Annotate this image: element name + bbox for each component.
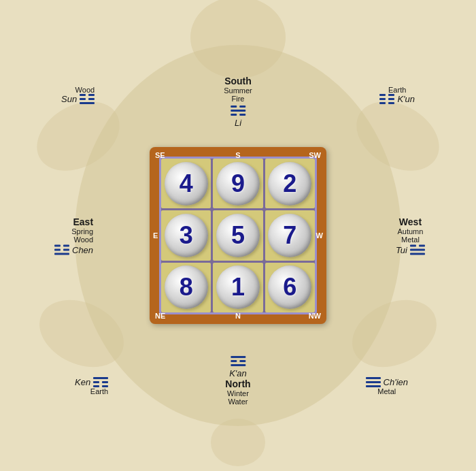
tui-mid [410, 249, 425, 251]
kan-trigram [225, 356, 250, 366]
sun-trigram [80, 94, 95, 104]
north-direction-text: North [225, 378, 250, 389]
lo-shu-frame: SE S SW E W NE N NW 492357816 [150, 147, 326, 324]
nw-label: Ch'ien Metal [366, 377, 408, 395]
number-orb-3: 3 [165, 214, 208, 257]
south-sub2: Fire [224, 95, 252, 103]
kan-mid [231, 360, 245, 362]
south-label: South Summer Fire Li [224, 76, 252, 128]
orb-number-7: 7 [283, 223, 296, 248]
frame-s-label: S [235, 151, 240, 159]
li-top [231, 105, 245, 108]
chien-trigram [366, 377, 381, 387]
orb-number-9: 9 [231, 172, 245, 196]
south-trigram-name: Li [224, 118, 252, 128]
frame-sw-label: SW [309, 151, 321, 159]
south-sub1: Summer [224, 86, 252, 95]
ken-mid [93, 381, 108, 383]
kun-bot [379, 102, 394, 104]
main-diagram: South Summer Fire Li Wood Sun Earth [150, 147, 326, 324]
nw-trigram-name: Ch'ien [384, 377, 408, 387]
ken-trigram [93, 377, 108, 387]
grid-cell-1: 9 [213, 159, 262, 208]
sw-element: Earth [379, 86, 415, 94]
tui-bot [410, 253, 425, 255]
kun-top [379, 94, 394, 96]
chen-bot [54, 253, 69, 255]
number-orb-7: 7 [268, 214, 311, 257]
se-trigram-name: Sun [61, 94, 77, 104]
chien-top [366, 377, 381, 379]
north-sub1: Winter [225, 389, 250, 397]
chen-mid [54, 249, 69, 251]
orb-number-8: 8 [180, 275, 193, 299]
east-trigram-name: Chen [72, 245, 93, 255]
ken-top [93, 377, 108, 379]
number-orb-9: 9 [216, 162, 260, 206]
number-orb-2: 2 [268, 162, 311, 206]
li-bot [231, 114, 245, 116]
grid-cell-2: 2 [265, 159, 315, 208]
frame-ne-label: NE [155, 312, 165, 320]
number-orb-5: 5 [216, 214, 260, 257]
number-orb-6: 6 [268, 265, 311, 309]
west-sub1: Autumn [396, 227, 425, 236]
li-mid [231, 110, 245, 112]
sun-bot [80, 102, 95, 104]
west-trigram-name: Tui [396, 245, 407, 255]
sw-trigram-name: K'un [397, 94, 415, 104]
frame-w-label: W [316, 231, 323, 240]
chen-top [54, 245, 69, 247]
nw-element: Metal [366, 387, 408, 395]
lo-shu-grid: 492357816 [161, 159, 315, 312]
sun-mid [80, 98, 95, 100]
kan-bot [231, 364, 245, 366]
frame-nw-label: NW [309, 312, 321, 320]
se-element: Wood [61, 86, 95, 94]
north-sub2: Water [225, 397, 250, 406]
inner-border: 492357816 [159, 157, 317, 314]
frame-e-label: E [153, 231, 158, 240]
grid-cell-4: 5 [213, 210, 262, 260]
sun-top [80, 94, 95, 96]
number-orb-8: 8 [165, 265, 208, 309]
frame-se-label: SE [155, 151, 165, 159]
sw-label: Earth K'un [379, 86, 415, 104]
li-trigram [224, 105, 252, 116]
grid-cell-5: 7 [265, 210, 315, 260]
ne-trigram-name: Ken [75, 377, 90, 387]
orb-number-1: 1 [231, 275, 245, 299]
grid-cell-3: 3 [161, 210, 211, 260]
orb-number-6: 6 [283, 275, 296, 299]
svg-point-2 [211, 419, 265, 466]
south-direction-text: South [224, 76, 252, 86]
chen-trigram [54, 245, 69, 255]
tui-trigram [410, 245, 425, 255]
grid-cell-8: 6 [265, 263, 315, 312]
east-sub2: Wood [54, 236, 93, 244]
north-trigram-name: K'an [225, 368, 250, 378]
ne-label: Ken Earth [75, 377, 108, 395]
orb-number-2: 2 [283, 172, 296, 196]
kun-trigram [379, 94, 394, 104]
east-sub1: Spring [54, 227, 93, 236]
se-label: Wood Sun [61, 86, 95, 104]
grid-cell-6: 8 [161, 263, 211, 312]
grid-cell-7: 1 [213, 263, 262, 312]
kun-mid [379, 98, 394, 100]
ne-element: Earth [75, 387, 108, 395]
orb-number-5: 5 [231, 223, 245, 248]
orb-number-4: 4 [180, 172, 193, 196]
number-orb-4: 4 [165, 162, 208, 206]
svg-point-1 [190, 0, 286, 78]
west-label: West Autumn Metal Tui [396, 216, 425, 255]
west-direction-text: West [396, 216, 425, 227]
grid-cell-0: 4 [161, 159, 211, 208]
kan-top [231, 356, 245, 358]
east-label: East Spring Wood Chen [54, 216, 93, 255]
east-direction-text: East [54, 216, 93, 227]
west-sub2: Metal [396, 236, 425, 244]
north-label: K'an North Winter Water [225, 356, 250, 406]
frame-n-label: N [235, 312, 241, 320]
orb-number-3: 3 [180, 223, 193, 248]
